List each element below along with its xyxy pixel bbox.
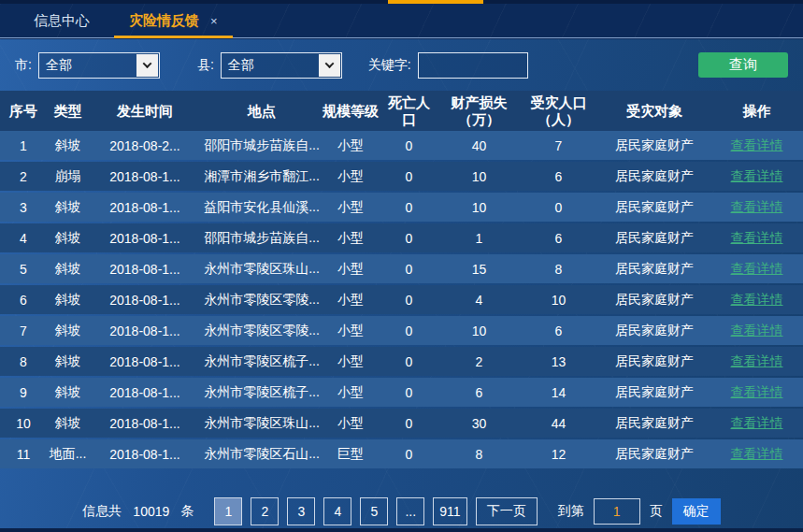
table-row: 5斜坡2018-08-1...永州市零陵区珠山...小型0158居民家庭财产查看…: [0, 254, 803, 283]
summary-prefix: 信息共: [82, 503, 122, 520]
table-cell: 2018-08-2...: [89, 138, 201, 153]
table-cell: 永州市零陵区珠山...: [201, 261, 323, 278]
tab-disaster-feedback[interactable]: 灾险情反馈 ×: [114, 4, 233, 37]
table-cell: 3: [0, 200, 47, 215]
table-cell: 2018-08-1...: [89, 262, 201, 277]
table-cell: 5: [0, 262, 47, 277]
table-cell: 居民家庭财产: [598, 137, 710, 154]
view-details-link[interactable]: 查看详情: [710, 230, 803, 247]
table-cell: 永州市零陵区梳子...: [201, 353, 323, 370]
table-cell: 2: [439, 354, 519, 369]
next-page-button[interactable]: 下一页: [476, 497, 538, 525]
view-details-link[interactable]: 查看详情: [710, 323, 803, 339]
table-cell: 居民家庭财产: [598, 415, 710, 432]
bottom-strip: [0, 528, 803, 532]
table-cell: 0: [379, 138, 439, 153]
table-row: 8斜坡2018-08-1...永州市零陵区梳子...小型0213居民家庭财产查看…: [0, 347, 803, 376]
column-header-actions: 操作: [710, 103, 803, 119]
table-cell: 邵阳市城步苗族自...: [201, 230, 323, 247]
table-cell: 小型: [323, 353, 379, 370]
table-cell: 小型: [323, 261, 379, 278]
view-details-link[interactable]: 查看详情: [710, 353, 803, 370]
search-button[interactable]: 查询: [698, 52, 788, 78]
table-cell: 地面...: [47, 446, 89, 463]
table-cell: 居民家庭财产: [598, 230, 710, 247]
tab-info-center[interactable]: 信息中心: [19, 4, 105, 37]
view-details-link[interactable]: 查看详情: [710, 261, 803, 278]
app-root: 信息中心 灾险情反馈 × 市: 全部 县: 全部 关键字: 查询: [0, 0, 803, 532]
table-row: 3斜坡2018-08-1...益阳市安化县仙溪...小型0100居民家庭财产查看…: [0, 193, 803, 222]
keyword-input[interactable]: [418, 52, 528, 79]
table-row: 9斜坡2018-08-1...永州市零陵区梳子...小型0614居民家庭财产查看…: [0, 378, 803, 407]
tab-info-center-label: 信息中心: [34, 12, 90, 30]
table-cell: 斜坡: [47, 137, 89, 154]
view-details-link[interactable]: 查看详情: [710, 137, 803, 154]
page-button-4[interactable]: 4: [323, 497, 351, 525]
goto-page-input[interactable]: [594, 498, 640, 525]
table-cell: 1: [439, 231, 519, 246]
total-count: 10019: [133, 504, 169, 519]
table-cell: 小型: [323, 137, 379, 154]
view-details-link[interactable]: 查看详情: [710, 384, 803, 401]
page-button-...[interactable]: ...: [396, 497, 424, 525]
table-cell: 斜坡: [47, 323, 89, 339]
table-cell: 0: [379, 262, 439, 277]
page-button-1[interactable]: 1: [214, 497, 242, 525]
view-details-link[interactable]: 查看详情: [710, 415, 803, 432]
table-cell: 8: [519, 262, 598, 277]
keyword-label: 关键字:: [368, 57, 411, 74]
table-cell: 斜坡: [47, 353, 89, 370]
table-cell: 益阳市安化县仙溪...: [201, 199, 323, 216]
column-header-time: 发生时间: [89, 103, 201, 119]
table-cell: 10: [439, 200, 519, 215]
page-button-911[interactable]: 911: [433, 497, 466, 525]
table-cell: 斜坡: [47, 199, 89, 216]
county-select[interactable]: 全部: [221, 52, 342, 79]
table-cell: 6: [0, 293, 47, 308]
table-cell: 2018-08-1...: [89, 293, 201, 308]
chevron-down-icon: [136, 54, 158, 77]
table-cell: 8: [439, 447, 519, 462]
table-cell: 居民家庭财产: [598, 292, 710, 309]
view-details-link[interactable]: 查看详情: [710, 292, 803, 309]
confirm-button[interactable]: 确定: [672, 498, 721, 525]
table-cell: 2018-08-1...: [89, 354, 201, 369]
table-cell: 6: [519, 231, 598, 246]
table-cell: 7: [519, 138, 598, 153]
table-row: 6斜坡2018-08-1...永州市零陵区零陵...小型0410居民家庭财产查看…: [0, 285, 803, 314]
view-details-link[interactable]: 查看详情: [710, 446, 803, 463]
table-cell: 12: [519, 447, 598, 462]
table-cell: 0: [379, 231, 439, 246]
table-cell: 2018-08-1...: [89, 447, 201, 462]
table-cell: 0: [519, 200, 598, 215]
table-cell: 0: [379, 354, 439, 369]
page-button-3[interactable]: 3: [287, 497, 315, 525]
city-select[interactable]: 全部: [38, 52, 160, 79]
column-header-deaths: 死亡人 口: [379, 94, 439, 127]
column-header-property-loss: 财产损失 （万）: [439, 94, 519, 127]
table-cell: 居民家庭财产: [598, 323, 710, 339]
table-cell: 居民家庭财产: [598, 384, 710, 401]
column-header-affected-object: 受灾对象: [598, 103, 710, 119]
table-cell: 1: [0, 138, 47, 153]
table-cell: 斜坡: [47, 261, 89, 278]
close-icon[interactable]: ×: [210, 15, 218, 27]
table-cell: 0: [379, 293, 439, 308]
table-cell: 44: [519, 416, 598, 431]
table-cell: 居民家庭财产: [598, 261, 710, 278]
city-select-value: 全部: [39, 57, 136, 74]
pagination-bar: 信息共 10019 条 12345...911 下一页 到第 页 确定: [0, 496, 803, 526]
table-cell: 0: [379, 416, 439, 431]
city-label: 市:: [15, 57, 32, 74]
page-button-2[interactable]: 2: [251, 497, 279, 525]
table-header: 序号 类型 发生时间 地点 规模等级 死亡人 口 财产损失 （万） 受灾人口 （…: [0, 91, 803, 131]
view-details-link[interactable]: 查看详情: [710, 199, 803, 216]
page-button-5[interactable]: 5: [360, 497, 388, 525]
table-cell: 6: [519, 169, 598, 184]
table-cell: 居民家庭财产: [598, 168, 710, 185]
summary-suffix: 条: [180, 503, 194, 520]
view-details-link[interactable]: 查看详情: [710, 168, 803, 185]
table-cell: 永州市零陵区石山...: [201, 446, 323, 463]
table-cell: 15: [439, 262, 519, 277]
table-cell: 永州市零陵区零陵...: [201, 323, 323, 339]
